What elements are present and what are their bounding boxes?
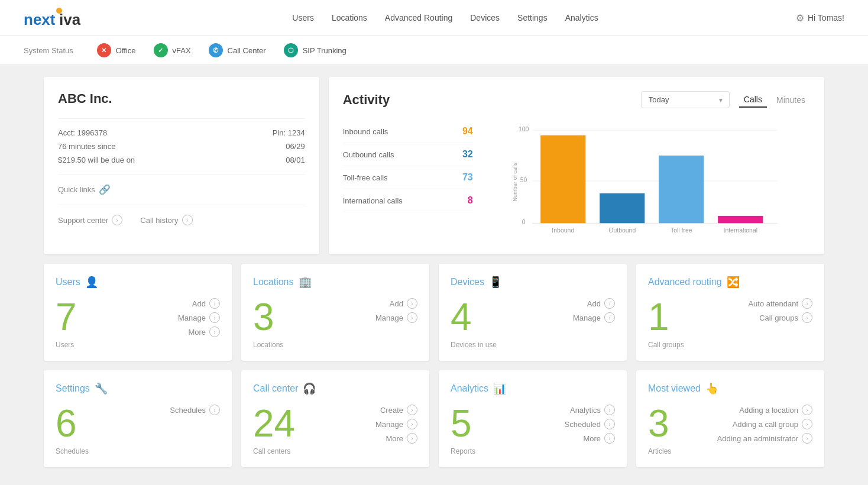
auto-attendant-link[interactable]: Auto attendant › — [748, 298, 812, 309]
most-viewed-label: Articles — [648, 447, 671, 455]
status-call-center[interactable]: ✆ Call Center — [209, 43, 266, 57]
time-select[interactable]: Today Yesterday This Week This Month — [641, 91, 730, 108]
users-more-link[interactable]: More › — [188, 326, 220, 337]
call-groups-link[interactable]: Call groups › — [759, 312, 812, 323]
locations-manage-link[interactable]: Manage › — [375, 312, 417, 323]
svg-text:Toll free: Toll free — [671, 227, 692, 234]
analytics-card-icon: 📊 — [493, 382, 506, 395]
call-center-create-link[interactable]: Create › — [380, 405, 417, 415]
devices-add-link[interactable]: Add › — [587, 298, 615, 309]
settings-card-title[interactable]: Settings — [56, 383, 90, 394]
account-card: ABC Inc. Acct: 1996378 Pin: 1234 76 minu… — [44, 77, 319, 254]
status-bar: System Status ✕ Office ✓ vFAX ✆ Call Cen… — [0, 35, 868, 65]
users-manage-link[interactable]: Manage › — [178, 312, 220, 323]
adding-administrator-arrow: › — [802, 433, 812, 444]
scheduled-link[interactable]: Scheduled › — [565, 419, 615, 429]
locations-label: Locations — [253, 341, 283, 349]
schedules-link[interactable]: Schedules › — [170, 405, 220, 415]
main-content: ABC Inc. Acct: 1996378 Pin: 1234 76 minu… — [20, 65, 848, 479]
activity-content: Inbound calls 94 Outbound calls 32 Toll-… — [343, 120, 810, 240]
users-add-link[interactable]: Add › — [192, 298, 220, 309]
account-info: Acct: 1996378 Pin: 1234 76 minutes since… — [58, 118, 305, 164]
nav-analytics[interactable]: Analytics — [565, 13, 598, 22]
adding-call-group-link[interactable]: Adding a call group › — [733, 419, 812, 429]
call-center-card-title[interactable]: Call center — [253, 383, 298, 394]
legend-outbound: Outbound calls 32 — [343, 143, 473, 166]
most-viewed-icon: 👆 — [705, 382, 718, 395]
advanced-routing-card: Advanced routing 🔀 1 Call groups Auto at… — [636, 264, 824, 361]
call-center-count: 24 — [253, 405, 295, 442]
account-row-due: $219.50 will be due on 08/01 — [58, 156, 305, 164]
activity-controls: Today Yesterday This Week This Month ▼ C… — [641, 91, 810, 108]
status-office[interactable]: ✕ Office — [97, 43, 136, 57]
quick-links-section: Quick links 🔗 — [58, 174, 305, 195]
analytics-link[interactable]: Analytics › — [570, 405, 615, 415]
dashboard-row-2: Settings 🔧 6 Schedules Schedules › Ca — [44, 370, 824, 467]
tab-calls[interactable]: Calls — [739, 92, 767, 108]
svg-text:International: International — [723, 227, 757, 234]
adding-administrator-link[interactable]: Adding an administrator › — [717, 433, 812, 444]
sip-trunking-status-dot: ⬡ — [284, 43, 298, 57]
activity-chart: 100 50 0 Number of calls — [485, 120, 810, 238]
call-center-manage-arrow: › — [407, 419, 417, 429]
analytics-label: Reports — [451, 447, 475, 455]
devices-manage-arrow: › — [604, 312, 615, 323]
tab-minutes[interactable]: Minutes — [772, 92, 810, 108]
advanced-routing-links: Auto attendant › Call groups › — [748, 298, 812, 323]
advanced-routing-card-title[interactable]: Advanced routing — [648, 277, 722, 287]
bar-outbound — [600, 193, 644, 223]
top-section: ABC Inc. Acct: 1996378 Pin: 1234 76 minu… — [44, 77, 824, 254]
quick-links-label: Quick links 🔗 — [58, 184, 305, 195]
adding-call-group-arrow: › — [802, 419, 812, 429]
legend-inbound: Inbound calls 94 — [343, 120, 473, 143]
locations-add-arrow: › — [407, 298, 417, 309]
nav-users[interactable]: Users — [292, 13, 314, 22]
locations-add-link[interactable]: Add › — [390, 298, 417, 309]
call-center-label: Call centers — [253, 447, 295, 455]
analytics-card-title[interactable]: Analytics — [451, 383, 488, 394]
call-center-manage-link[interactable]: Manage › — [375, 419, 417, 429]
legend-international: International calls 8 — [343, 189, 473, 212]
account-pin-label: Pin: 1234 — [273, 128, 305, 137]
users-links: Add › Manage › More › — [178, 298, 220, 337]
nav-settings[interactable]: Settings — [517, 13, 548, 22]
devices-icon: 📱 — [489, 276, 502, 289]
status-vfax[interactable]: ✓ vFAX — [154, 43, 191, 57]
users-icon: 👤 — [85, 276, 98, 289]
analytics-links: Analytics › Scheduled › More › — [565, 405, 615, 444]
analytics-more-link[interactable]: More › — [583, 433, 615, 444]
time-select-wrapper: Today Yesterday This Week This Month ▼ — [641, 91, 730, 108]
call-center-card: Call center 🎧 24 Call centers Create › M… — [241, 370, 429, 467]
analytics-card: Analytics 📊 5 Reports Analytics › Schedu… — [439, 370, 627, 467]
locations-card-title[interactable]: Locations — [253, 277, 294, 287]
devices-count: 4 — [451, 298, 497, 336]
most-viewed-card-title[interactable]: Most viewed — [648, 383, 701, 394]
adding-location-link[interactable]: Adding a location › — [739, 405, 812, 415]
scheduled-arrow: › — [604, 419, 615, 429]
status-sip-trunking[interactable]: ⬡ SIP Trunking — [284, 43, 346, 57]
call-center-more-link[interactable]: More › — [386, 433, 417, 444]
nav-devices[interactable]: Devices — [470, 13, 500, 22]
locations-icon: 🏢 — [299, 276, 312, 289]
account-minutes-date: 06/29 — [286, 142, 305, 151]
nav-advanced-routing[interactable]: Advanced Routing — [385, 13, 452, 22]
dashboard-row-1: Users 👤 7 Users Add › Manage › — [44, 264, 824, 361]
devices-card-title[interactable]: Devices — [451, 277, 484, 287]
call-legend: Inbound calls 94 Outbound calls 32 Toll-… — [343, 120, 473, 212]
call-history-arrow: › — [182, 215, 193, 225]
devices-manage-link[interactable]: Manage › — [573, 312, 615, 323]
advanced-routing-label: Call groups — [648, 341, 684, 349]
legend-tollfree: Toll-free calls 73 — [343, 166, 473, 189]
locations-manage-arrow: › — [407, 312, 417, 323]
users-card-title[interactable]: Users — [56, 277, 80, 287]
support-center-link[interactable]: Support center › — [58, 215, 122, 225]
call-history-link[interactable]: Call history › — [140, 215, 192, 225]
settings-count: 6 — [56, 405, 89, 442]
call-center-status-dot: ✆ — [209, 43, 223, 57]
nav-locations[interactable]: Locations — [332, 13, 367, 22]
most-viewed-card: Most viewed 👆 3 Articles Adding a locati… — [636, 370, 824, 467]
bar-international — [718, 216, 763, 223]
support-center-arrow: › — [112, 215, 122, 225]
main-nav: Users Locations Advanced Routing Devices… — [292, 13, 598, 22]
settings-icon[interactable]: ⚙ — [796, 12, 804, 24]
